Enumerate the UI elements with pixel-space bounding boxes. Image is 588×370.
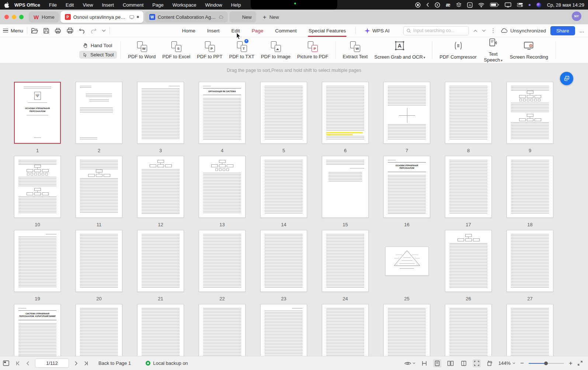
page-thumbnail[interactable] — [507, 304, 553, 356]
avatar[interactable]: NY — [572, 11, 581, 21]
toolbar-tab-comment[interactable]: Comment — [269, 25, 303, 36]
menubar-item-view[interactable]: View — [83, 2, 93, 8]
menubar-item-workspace[interactable]: Workspace — [173, 2, 196, 8]
page-thumbnail[interactable] — [260, 304, 307, 356]
document-tab-3[interactable]: New — [229, 11, 256, 22]
page-thumbnail-20[interactable] — [76, 230, 122, 292]
zoom-window-button[interactable] — [19, 15, 24, 19]
page-thumbnail[interactable] — [199, 304, 246, 356]
apple-menu-icon[interactable] — [4, 2, 9, 8]
page-thumbnail-8[interactable] — [445, 82, 492, 144]
page-thumbnail-5[interactable] — [260, 82, 307, 144]
page-thumbnail-16[interactable]: ОСНОВИ УПРАВЛІННЯ ПЕРСОНАЛОМ — [383, 156, 430, 218]
extract-text-button[interactable]: W Extract Text — [340, 41, 371, 60]
page-thumbnail-14[interactable] — [260, 156, 307, 218]
two-page-view-icon[interactable] — [446, 359, 455, 367]
page-thumbnail-17[interactable] — [445, 156, 492, 218]
page-thumbnail-13[interactable] — [199, 156, 246, 218]
open-file-icon[interactable] — [31, 28, 38, 34]
menubar-item-window[interactable]: Window — [205, 2, 222, 8]
pdf-to-image-button[interactable]: PDF to Image — [258, 41, 294, 60]
search-prev-icon[interactable] — [473, 29, 477, 32]
ae-ligature-icon[interactable]: æ — [446, 2, 450, 8]
page-thumbnail-22[interactable] — [199, 230, 246, 292]
page-thumbnail-6[interactable] — [322, 82, 369, 144]
document-tab-0[interactable]: WHome — [29, 11, 59, 22]
page-thumbnail-18[interactable] — [507, 156, 553, 218]
next-page-button[interactable] — [75, 361, 78, 366]
wps-ai-button[interactable]: WPS AI — [359, 28, 395, 34]
redo-icon[interactable] — [90, 28, 97, 34]
pdf-to-word-button[interactable]: W PDF to Word — [125, 41, 159, 60]
toolbar-tab-insert[interactable]: Insert — [201, 25, 226, 36]
sync-status[interactable]: Unsynchronized — [501, 28, 546, 34]
page-thumbnail-1[interactable]: ΨОСНОВИ УПРАВЛІННЯ ПЕРСОНАЛОМ — [14, 82, 61, 144]
picture-to-pdf-button[interactable]: P Picture to PDF — [294, 41, 332, 60]
select-tool-button[interactable]: Select Tool — [79, 51, 117, 59]
toolbar-tab-home[interactable]: Home — [176, 25, 201, 36]
page-thumbnail-10[interactable] — [14, 156, 61, 218]
zoom-in-button[interactable]: + — [569, 360, 573, 366]
page-thumbnail-15[interactable] — [322, 156, 369, 218]
page-thumbnail[interactable] — [76, 304, 122, 356]
menubar-item-page[interactable]: Page — [152, 2, 163, 8]
screen-recording-button[interactable]: Screen Recording — [507, 40, 552, 60]
search-input[interactable] — [413, 28, 466, 33]
page-thumbnail-4[interactable]: ОРГАНІЗАЦІЯ ЯК СИСТЕМА — [199, 82, 246, 144]
rotate-page-icon[interactable] — [486, 359, 494, 367]
menubar-item-wps-office[interactable]: WPS Office — [14, 2, 40, 8]
page-thumbnail-23[interactable] — [260, 230, 307, 292]
fit-page-icon[interactable] — [473, 359, 481, 367]
reading-layout-icon[interactable] — [420, 359, 428, 367]
pdf-to-txt-button[interactable]: T✦ PDF to TXT — [226, 41, 257, 60]
floating-convert-button[interactable] — [560, 72, 573, 85]
stack-icon[interactable] — [456, 2, 462, 8]
menubar-item-file[interactable]: File — [49, 2, 57, 8]
control-center-icon[interactable] — [517, 3, 523, 7]
zoom-slider-handle[interactable] — [544, 362, 548, 365]
battery-icon[interactable] — [490, 3, 499, 7]
back-to-page-button[interactable]: Back to Page 1 — [98, 360, 131, 366]
page-thumbnail-7[interactable] — [383, 82, 430, 144]
close-window-button[interactable] — [4, 15, 9, 19]
page-thumbnail-3[interactable] — [137, 82, 184, 144]
first-page-button[interactable] — [15, 361, 20, 366]
page-thumbnail-27[interactable] — [507, 230, 553, 292]
zoom-slider[interactable] — [529, 361, 564, 366]
document-tab-2[interactable]: WContent Collaboration Agreem — [145, 11, 228, 22]
page-thumbnail[interactable] — [445, 304, 492, 356]
local-backup-status[interactable]: Local backup on — [146, 360, 188, 366]
menubar-item-insert[interactable]: Insert — [102, 2, 114, 8]
menubar-item-comment[interactable]: Comment — [123, 2, 143, 8]
fullscreen-icon[interactable] — [577, 360, 583, 366]
search-box[interactable] — [403, 26, 469, 35]
assistant-orb-icon[interactable] — [536, 2, 542, 8]
page-thumbnail-24[interactable] — [322, 230, 369, 292]
toolbar-tab-special-features[interactable]: Special Features — [303, 25, 352, 36]
undo-icon[interactable] — [79, 28, 85, 34]
chevron-left-icon[interactable] — [426, 3, 429, 7]
page-thumbnail-9[interactable] — [507, 82, 553, 144]
page-thumbnail-12[interactable] — [137, 156, 184, 218]
wifi-icon[interactable] — [478, 3, 484, 7]
new-tab-button[interactable]: + New — [263, 14, 279, 20]
view-mode-dropdown[interactable] — [404, 361, 415, 366]
single-page-view-icon[interactable] — [433, 359, 441, 367]
previous-page-button[interactable] — [26, 361, 29, 366]
toolbar-tab-edit[interactable]: Edit — [226, 25, 246, 36]
input-source-a-icon[interactable]: A — [467, 2, 473, 8]
page-thumbnail-11[interactable] — [76, 156, 122, 218]
menu-button[interactable]: Menu — [3, 28, 23, 34]
split-view-icon[interactable] — [460, 359, 468, 367]
pdf-to-ppt-button[interactable]: P PDF to PPT — [194, 41, 226, 60]
menubar-item-help[interactable]: Help — [231, 2, 241, 8]
panel-toggle-icon[interactable] — [3, 360, 9, 366]
play-circle-icon[interactable] — [435, 2, 440, 8]
toolbar-more-icon[interactable]: ... — [580, 27, 584, 34]
hand-tool-button[interactable]: Hand Tool — [79, 42, 117, 49]
share-button[interactable]: Share — [550, 26, 575, 35]
document-tab-1[interactable]: POsnovi upravlinnya perso — [60, 11, 143, 23]
pdf-compressor-button[interactable]: PDF Compressor — [436, 40, 480, 60]
page-thumbnail[interactable] — [322, 304, 369, 356]
screen-grab-ocr-button[interactable]: A Screen Grab and OCR▾ — [371, 40, 428, 60]
